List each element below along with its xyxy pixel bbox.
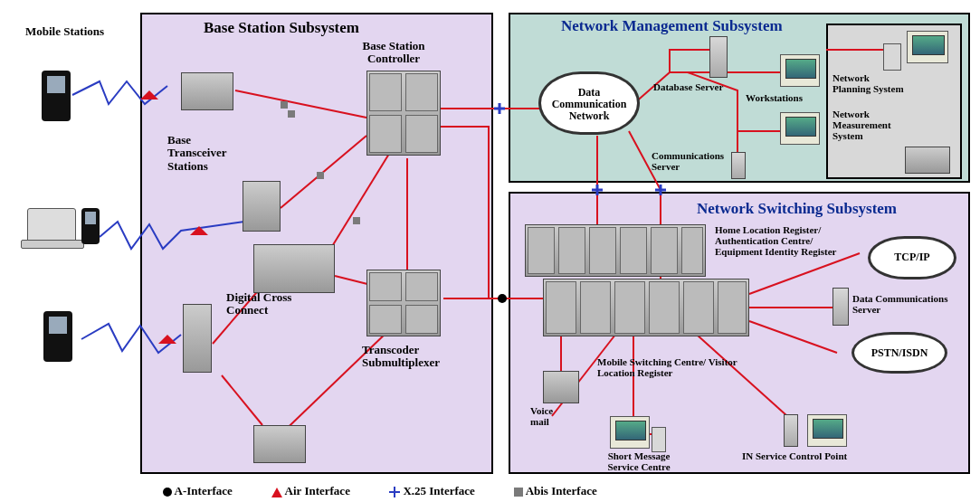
pstn-label: PSTN/ISDN (854, 347, 945, 359)
abis-interface-icon (514, 488, 523, 497)
nms2-label: Network Measurement System (833, 109, 914, 141)
comm-server-label: Communications Server (652, 150, 742, 172)
dcn-label: Data Communication Network (541, 87, 637, 123)
pstn-cloud-icon: PSTN/ISDN (852, 333, 947, 373)
nss-title: Network Switching Subsystem (697, 201, 897, 218)
dcs-server-icon (833, 288, 849, 326)
svg-point-7 (498, 294, 507, 303)
legend-x25: X.25 Interface (403, 484, 474, 497)
diagram-canvas: Mobile Stations Base Station Subsystem B… (0, 0, 980, 502)
dcc-label: Digital Cross Connect (226, 291, 308, 317)
in-workstation-icon (807, 414, 847, 447)
hlr-label: Home Location Register/ Authentication C… (715, 224, 860, 257)
bss-title: Base Station Subsystem (204, 20, 359, 37)
bts-rack-icon (181, 72, 233, 110)
transcoder-rack-icon (366, 270, 441, 336)
sms-workstation-icon (610, 416, 650, 449)
tsm-label: Transcoder Submultiplexer (362, 344, 461, 370)
voicemail-icon (543, 371, 579, 403)
in-label: IN Service Control Point (742, 450, 847, 461)
dcc-rack-icon (183, 304, 212, 373)
sms-label: Short Message Service Centre (594, 450, 684, 472)
vm-label: Voice mail (530, 405, 566, 427)
bts-rack-icon (243, 181, 281, 232)
measurement-device-icon (905, 147, 950, 174)
tcpip-cloud-icon: TCP/IP (869, 237, 956, 279)
sms-tower-icon (652, 427, 666, 452)
in-server-icon (784, 414, 798, 447)
dcs-label: Data Communications Server (852, 293, 970, 315)
workstation-icon (780, 112, 820, 145)
bsc-rack-icon (366, 71, 441, 156)
mobile-phone-icon (43, 311, 72, 362)
legend-abis: Abis Interface (526, 484, 597, 497)
hlr-rack-icon (525, 224, 706, 277)
legend: A-Interface Air Interface X.25 Interface… (163, 484, 633, 498)
mobile-stations-label: Mobile Stations (25, 25, 104, 38)
laptop-icon (27, 208, 76, 244)
db-server-icon (709, 36, 728, 78)
dcc-open-rack-icon (253, 244, 335, 293)
air-interface-icon (271, 488, 282, 497)
nps-tower-icon (883, 43, 901, 71)
msc-rack-icon (543, 279, 749, 336)
a-interface-icon (163, 488, 172, 497)
mobile-phone-icon (42, 71, 71, 121)
nps-workstation-icon (907, 31, 948, 63)
nms-title: Network Management Subsystem (561, 18, 783, 35)
legend-a: A-Interface (175, 484, 233, 497)
db-server-label: Database Server (653, 81, 723, 92)
msc-label: Mobile Switching Centre/ Visitor Locatio… (597, 356, 742, 378)
mobile-phone-icon (81, 208, 100, 244)
nps-label: Network Planning System (833, 72, 905, 94)
workstation-icon (780, 54, 820, 87)
workstations-label: Workstations (746, 92, 803, 103)
bts-rack-icon (253, 425, 306, 463)
dcn-cloud-icon: Data Communication Network (539, 72, 639, 134)
bsc-label: Base Station Controller (348, 40, 439, 66)
legend-air: Air Interface (285, 484, 350, 497)
bts-label: Base Transceiver Stations (167, 134, 240, 173)
tcpip-label: TCP/IP (871, 251, 954, 263)
x25-interface-icon (389, 487, 400, 497)
